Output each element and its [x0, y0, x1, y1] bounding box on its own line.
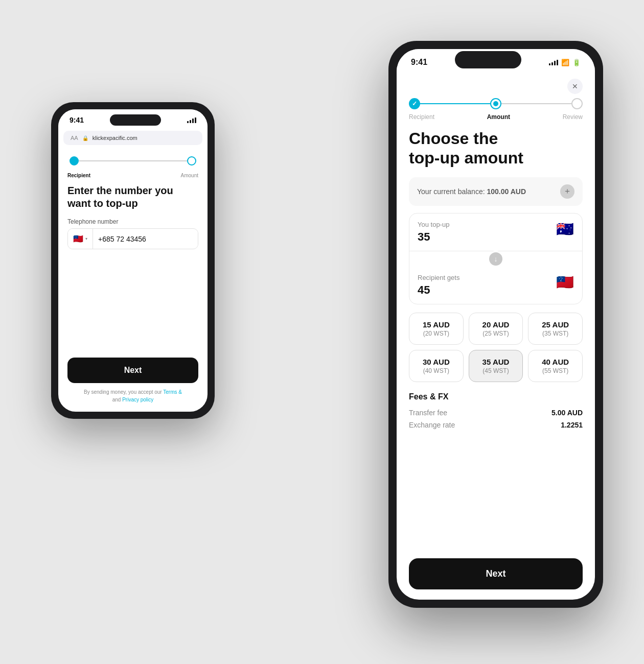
transfer-fee-row: Transfer fee 5.00 AUD — [409, 407, 583, 419]
front-status-bar: 9:41 📶 🔋 — [397, 49, 595, 73]
back-status-bar: 9:41 — [58, 109, 208, 128]
wifi-icon: 📶 — [561, 59, 569, 66]
close-row: ✕ — [409, 73, 583, 98]
front-step-line1 — [420, 103, 490, 105]
front-step3-dot — [571, 98, 583, 109]
back-step1-label: Recipient — [67, 173, 90, 178]
prog-label-review: Review — [563, 113, 583, 121]
front-content: ✕ Recipient Amount Review Choose the — [397, 73, 595, 600]
front-progress-labels: Recipient Amount Review — [409, 113, 583, 121]
you-topup-row: You top-up 35 🇦🇺 — [409, 214, 582, 251]
back-step1-dot — [70, 156, 79, 165]
back-phone: 9:41 AA 🔒 klickexpacific.com — [51, 102, 215, 419]
front-progress-section: Recipient Amount Review — [409, 98, 583, 121]
back-content: Recipient Amount Enter the number you wa… — [58, 148, 208, 412]
amount-tile-2[interactable]: 25 AUD (35 WST) — [528, 313, 583, 345]
tile-aud-4: 35 AUD — [474, 358, 518, 366]
back-signal-bars — [187, 117, 196, 123]
front-phone: 9:41 📶 🔋 ✕ — [388, 41, 603, 608]
fees-title: Fees & FX — [409, 392, 583, 401]
front-next-button[interactable]: Next — [409, 558, 583, 589]
balance-label: Your current balance: 100.00 AUD — [417, 187, 526, 196]
back-progress-track — [67, 156, 198, 165]
back-step-labels: Recipient Amount — [67, 173, 198, 178]
amount-tile-3[interactable]: 30 AUD (40 WST) — [409, 350, 464, 382]
transfer-fee-value: 5.00 AUD — [551, 409, 583, 417]
back-step2-label: Amount — [181, 173, 198, 178]
battery-icon: 🔋 — [572, 59, 581, 66]
tile-aud-0: 15 AUD — [415, 320, 458, 329]
amount-tile-5[interactable]: 40 AUD (55 WST) — [528, 350, 583, 382]
front-icons: 📶 🔋 — [549, 59, 581, 66]
add-balance-button[interactable]: ＋ — [560, 184, 574, 199]
amount-tile-1[interactable]: 20 AUD (25 WST) — [469, 313, 523, 345]
back-title: Enter the number you want to top-up — [67, 184, 198, 210]
amount-grid: 15 AUD (20 WST) 20 AUD (25 WST) 25 AUD (… — [409, 313, 583, 382]
flag-selector[interactable]: 🇼🇸 ▾ — [68, 229, 93, 249]
tile-aud-3: 30 AUD — [415, 358, 458, 366]
phone-number-input[interactable] — [93, 230, 198, 248]
recipient-flag: 🇼🇸 — [556, 274, 574, 291]
tile-wst-3: (40 WST) — [415, 367, 458, 374]
browser-bar[interactable]: AA 🔒 klickexpacific.com — [63, 131, 202, 145]
terms-link[interactable]: Terms & — [163, 389, 182, 395]
phone-input-row: 🇼🇸 ▾ — [67, 228, 198, 249]
front-step2-dot — [490, 98, 501, 109]
tile-aud-1: 20 AUD — [474, 320, 518, 329]
swap-button[interactable]: ↓ — [488, 251, 504, 267]
front-time: 9:41 — [411, 58, 427, 67]
lock-icon: 🔒 — [82, 135, 88, 141]
tile-wst-0: (20 WST) — [415, 330, 458, 337]
front-title: Choose thetop-up amount — [409, 129, 583, 168]
transfer-fee-label: Transfer fee — [409, 409, 447, 417]
recipient-gets-row: Recipient gets 45 🇼🇸 — [409, 267, 582, 304]
back-signal-icons — [187, 117, 196, 123]
exchange-rate-label: Exchange rate — [409, 421, 455, 429]
recipient-gets-value: 45 — [418, 283, 459, 297]
balance-bar: Your current balance: 100.00 AUD ＋ — [409, 177, 583, 206]
tile-wst-1: (25 WST) — [474, 330, 518, 337]
recipient-gets-label: Recipient gets — [418, 274, 459, 281]
you-topup-value: 35 — [418, 230, 449, 244]
balance-amount: 100.00 AUD — [487, 187, 526, 196]
prog-label-amount: Amount — [487, 113, 510, 121]
tile-wst-2: (35 WST) — [534, 330, 577, 337]
front-step1-dot — [409, 98, 420, 109]
chevron-down-icon: ▾ — [85, 236, 87, 241]
front-notch — [455, 51, 521, 68]
flag-emoji: 🇼🇸 — [73, 234, 83, 244]
amount-tile-0[interactable]: 15 AUD (20 WST) — [409, 313, 464, 345]
tile-aud-5: 40 AUD — [534, 358, 577, 366]
terms-text: By sending money, you accept our Terms &… — [67, 388, 198, 404]
close-button[interactable]: ✕ — [567, 79, 583, 94]
you-topup-label: You top-up — [418, 221, 449, 228]
amount-tile-4[interactable]: 35 AUD (45 WST) — [469, 350, 523, 382]
back-notch — [110, 114, 161, 126]
prog-label-recipient: Recipient — [409, 113, 434, 121]
front-progress-track — [409, 98, 583, 109]
front-step-line2 — [501, 103, 571, 105]
front-signal-bars — [549, 60, 558, 65]
back-step-line — [79, 160, 187, 162]
privacy-link[interactable]: Privacy policy — [122, 397, 153, 402]
tile-aud-2: 25 AUD — [534, 320, 577, 329]
topup-card: You top-up 35 🇦🇺 ↓ Recipient gets 45 🇼🇸 — [409, 213, 583, 304]
tile-wst-4: (45 WST) — [474, 367, 518, 374]
phone-field-label: Telephone number — [67, 218, 198, 225]
sender-flag: 🇦🇺 — [556, 221, 574, 238]
aa-text: AA — [71, 135, 78, 141]
back-step2-dot — [187, 156, 196, 165]
exchange-rate-row: Exchange rate 1.2251 — [409, 419, 583, 431]
exchange-rate-value: 1.2251 — [561, 421, 583, 429]
back-time: 9:41 — [70, 116, 84, 124]
back-next-button[interactable]: Next — [67, 358, 198, 383]
url-text: klickexpacific.com — [93, 135, 137, 141]
tile-wst-5: (55 WST) — [534, 367, 577, 374]
